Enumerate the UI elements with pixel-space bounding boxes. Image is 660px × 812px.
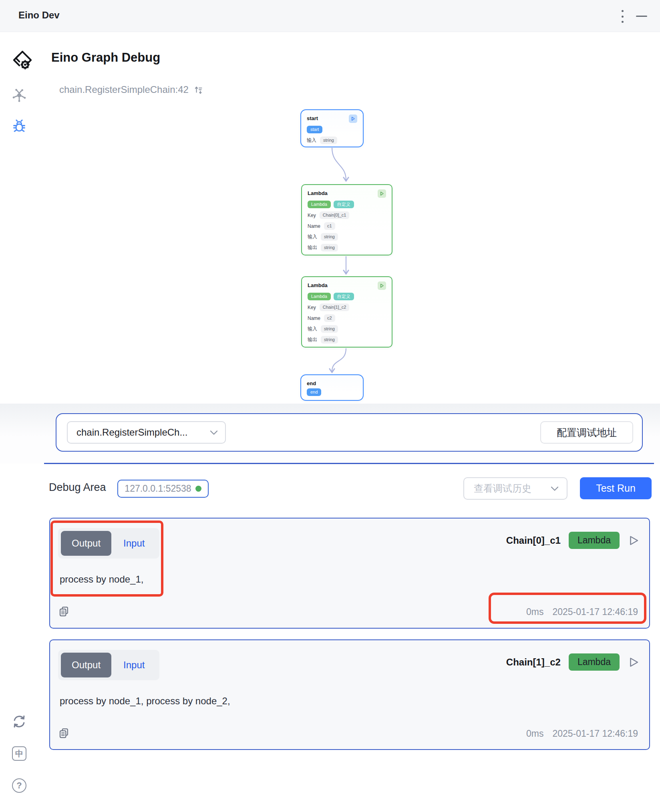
refresh-icon[interactable]: [11, 714, 27, 730]
graph-toolbar: chain.RegisterSimpleCh... 配置调试地址: [56, 413, 643, 452]
sort-icon[interactable]: [193, 84, 204, 95]
graph-view-icon[interactable]: [11, 87, 27, 103]
custom-badge: 自定义: [334, 201, 354, 208]
chevron-down-icon: [210, 430, 218, 435]
timestamp-text: 2025-01-17 12:46:19: [552, 728, 638, 739]
result-meta: 0ms 2025-01-17 12:46:19: [526, 728, 638, 739]
field-label: 输出: [308, 336, 317, 343]
output-input-tabs: Output Input: [58, 650, 159, 680]
field-label: 输入: [308, 326, 317, 332]
graph-select[interactable]: chain.RegisterSimpleCh...: [67, 421, 226, 444]
test-run-button[interactable]: Test Run: [580, 477, 652, 499]
chevron-down-icon: [551, 486, 559, 491]
field-value: string: [321, 233, 338, 241]
configure-debug-address-button[interactable]: 配置调试地址: [540, 421, 633, 444]
more-menu-icon[interactable]: [620, 10, 625, 23]
test-run-label: Test Run: [596, 482, 636, 494]
app-title: Eino Dev: [18, 10, 60, 21]
output-input-tabs: Output Input: [58, 528, 159, 559]
section-divider: [44, 463, 654, 464]
connected-status-dot: [195, 486, 201, 492]
result-node-key: Chain[1]_c2: [506, 657, 561, 668]
field-label: 输出: [308, 244, 317, 251]
field-label: Key: [308, 213, 316, 218]
copy-icon[interactable]: [58, 728, 70, 740]
node-type-badge: start: [307, 126, 322, 133]
page-title: Eino Graph Debug: [51, 50, 160, 65]
debug-address-text: 127.0.0.1:52538: [125, 483, 191, 494]
result-output-text: process by node_1, process by node_2,: [60, 695, 230, 707]
field-value: string: [321, 325, 338, 333]
result-output-text: process by node_1,: [60, 574, 143, 585]
node-title: end: [307, 380, 316, 386]
debug-address-badge[interactable]: 127.0.0.1:52538: [117, 480, 209, 498]
title-bar: Eino Dev: [0, 0, 660, 32]
node-type-badge: Lambda: [308, 293, 331, 300]
graph-location-text: chain.RegisterSimpleChain:42: [59, 84, 189, 95]
minimize-icon[interactable]: [636, 16, 647, 17]
tab-output[interactable]: Output: [61, 653, 111, 677]
debug-bug-icon[interactable]: [11, 119, 27, 135]
play-icon[interactable]: [628, 656, 640, 668]
field-value: c2: [324, 314, 335, 322]
graph-node-lambda-c1[interactable]: Lambda Lambda 自定义 KeyChain[0]_c1 Namec1 …: [301, 184, 392, 255]
run-node-icon[interactable]: [378, 189, 386, 198]
field-value: Chain[0]_c1: [320, 211, 350, 219]
breadcrumb: chain.RegisterSimpleChain:42: [59, 84, 204, 95]
tab-input[interactable]: Input: [111, 531, 157, 556]
help-icon[interactable]: ?: [11, 778, 27, 794]
result-node-key: Chain[0]_c1: [506, 535, 561, 546]
io-label: 输入: [307, 137, 316, 144]
debug-history-select[interactable]: 查看调试历史: [463, 477, 567, 500]
field-value: Chain[1]_c2: [320, 303, 350, 311]
field-label: Name: [308, 316, 320, 321]
field-label: Name: [308, 223, 320, 229]
node-title: Lambda: [308, 190, 328, 196]
tab-output[interactable]: Output: [61, 531, 111, 556]
graph-select-value: chain.RegisterSimpleCh...: [76, 427, 187, 438]
node-type-badge: end: [307, 388, 321, 396]
help-glyph: ?: [16, 780, 22, 791]
eino-logo-icon[interactable]: [12, 50, 33, 70]
result-node-type-badge: Lambda: [569, 653, 620, 671]
timestamp-text: 2025-01-17 12:46:19: [552, 607, 638, 617]
graph-node-start[interactable]: start start 输入 string: [300, 109, 364, 147]
eino-dev-window: Eino Dev: [0, 0, 660, 812]
run-node-icon[interactable]: [349, 115, 357, 123]
field-label: 输入: [308, 233, 317, 240]
node-title: Lambda: [308, 282, 328, 288]
play-icon[interactable]: [628, 535, 640, 547]
graph-node-lambda-c2[interactable]: Lambda Lambda 自定义 KeyChain[1]_c2 Namec2 …: [301, 276, 392, 348]
result-card-c2: Output Input Chain[1]_c2 Lambda process …: [49, 639, 650, 750]
graph-node-end[interactable]: end end: [300, 374, 364, 401]
node-type-badge: Lambda: [308, 201, 331, 208]
language-icon[interactable]: 中: [11, 746, 27, 762]
result-meta: 0ms 2025-01-17 12:46:19: [526, 607, 638, 617]
node-title: start: [307, 115, 318, 121]
result-node-type-badge: Lambda: [569, 532, 620, 549]
language-glyph: 中: [15, 748, 23, 759]
debug-history-placeholder: 查看调试历史: [474, 482, 531, 495]
configure-debug-address-label: 配置调试地址: [557, 426, 617, 439]
debug-area-label: Debug Area: [49, 481, 106, 494]
copy-icon[interactable]: [58, 606, 70, 618]
field-value: c1: [324, 222, 335, 230]
io-type-badge: string: [320, 137, 337, 144]
duration-text: 0ms: [526, 728, 543, 739]
field-label: Key: [308, 305, 316, 310]
field-value: string: [321, 336, 338, 344]
duration-text: 0ms: [526, 607, 543, 617]
run-node-icon[interactable]: [378, 281, 386, 290]
result-card-c1: Output Input Chain[0]_c1 Lambda process …: [49, 518, 650, 629]
tab-input[interactable]: Input: [111, 653, 157, 677]
custom-badge: 自定义: [334, 293, 354, 300]
field-value: string: [321, 244, 338, 251]
